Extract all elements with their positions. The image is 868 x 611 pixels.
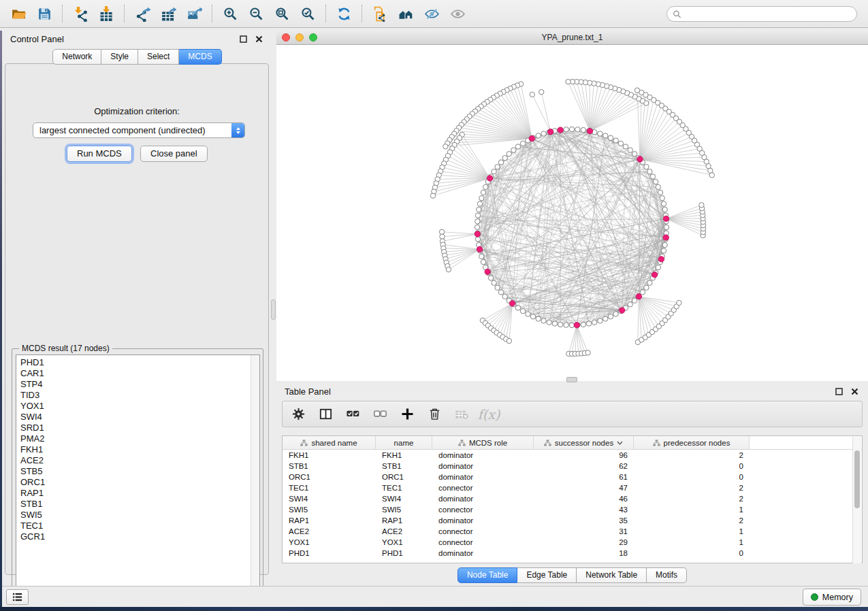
- cell-successor-nodes: 62: [534, 462, 634, 470]
- node-table[interactable]: shared namenameMCDS rolesuccessor nodesp…: [282, 435, 863, 563]
- column-header-shared-name[interactable]: shared name: [283, 436, 376, 449]
- mcds-result-item[interactable]: TEC1: [20, 521, 255, 531]
- table-row[interactable]: ORC1ORC1dominator610: [283, 472, 862, 482]
- mcds-result-item[interactable]: STB5: [20, 466, 255, 477]
- table-row[interactable]: SWI5SWI5connector431: [283, 504, 862, 515]
- export-table-button[interactable]: [155, 2, 181, 25]
- first-neighbors-button[interactable]: [393, 2, 419, 25]
- cell-shared-name: PHD1: [283, 549, 376, 557]
- tab-motifs[interactable]: Motifs: [647, 567, 687, 583]
- panel-splitter-handle[interactable]: [566, 377, 577, 382]
- mcds-result-item[interactable]: SWI5: [20, 510, 255, 521]
- column-header-name[interactable]: name: [376, 436, 432, 449]
- mcds-result-item[interactable]: YOX1: [20, 401, 255, 412]
- table-scrollbar[interactable]: [852, 437, 861, 563]
- cell-predecessor-nodes: 0: [634, 473, 750, 481]
- table-row[interactable]: SWI4SWI4dominator462: [283, 493, 862, 504]
- float-icon[interactable]: [238, 34, 248, 45]
- mcds-result-item[interactable]: RAP1: [20, 488, 255, 499]
- delete-column-button[interactable]: [425, 406, 443, 423]
- show-columns-button[interactable]: [317, 406, 334, 423]
- hierarchy-icon: [300, 440, 308, 446]
- mcds-result-item[interactable]: STB1: [20, 499, 255, 510]
- cell-shared-name: YOX1: [283, 538, 376, 546]
- network-canvas-svg[interactable]: [276, 45, 868, 381]
- tab-style[interactable]: Style: [101, 49, 138, 65]
- close-icon[interactable]: [253, 34, 264, 45]
- deselect-all-rows-button[interactable]: [371, 406, 389, 423]
- export-network-button[interactable]: [129, 2, 155, 25]
- task-history-button[interactable]: [6, 589, 29, 605]
- zoom-in-button[interactable]: [217, 2, 243, 25]
- sidebar-splitter-handle[interactable]: [271, 299, 276, 320]
- show-all-button[interactable]: [445, 2, 470, 25]
- table-row[interactable]: STB1STB1dominator620: [283, 461, 862, 472]
- cell-shared-name: SWI4: [283, 495, 376, 503]
- mcds-result-item[interactable]: ORC1: [20, 477, 255, 488]
- search-box[interactable]: [666, 6, 857, 22]
- close-icon[interactable]: [849, 386, 860, 397]
- cell-predecessor-nodes: 1: [634, 538, 750, 546]
- column-header-MCDS-role[interactable]: MCDS role: [432, 436, 534, 449]
- search-input[interactable]: [681, 10, 851, 19]
- mcds-result-item[interactable]: CAR1: [20, 368, 255, 379]
- network-window-titlebar[interactable]: YPA_prune.txt_1: [276, 31, 868, 45]
- table-settings-button[interactable]: [289, 406, 307, 423]
- toolbar-separator: [124, 5, 125, 22]
- mcds-result-item[interactable]: PHD1: [20, 357, 255, 368]
- run-mcds-button[interactable]: Run MCDS: [67, 146, 132, 162]
- add-column-button[interactable]: [398, 406, 416, 423]
- cell-name: ORC1: [376, 473, 432, 481]
- import-table-button[interactable]: [93, 2, 119, 25]
- tab-network[interactable]: Network: [52, 49, 101, 65]
- memory-button[interactable]: Memory: [803, 589, 861, 606]
- float-icon[interactable]: [833, 386, 844, 397]
- optimization-criterion-dropdown[interactable]: largest connected component (undirected): [33, 122, 245, 138]
- mcds-result-item[interactable]: TID3: [20, 390, 255, 401]
- table-panel-titlebar: Table Panel: [276, 383, 868, 400]
- refresh-layout-button[interactable]: [331, 2, 357, 25]
- hide-selected-button[interactable]: [419, 2, 445, 25]
- zoom-selected-button[interactable]: [295, 2, 321, 25]
- import-network-button[interactable]: [67, 2, 93, 25]
- mcds-result-item[interactable]: ACE2: [20, 455, 255, 466]
- save-session-button[interactable]: [31, 2, 57, 25]
- tab-edge-table[interactable]: Edge Table: [517, 567, 577, 583]
- tab-mcds[interactable]: MCDS: [179, 49, 221, 65]
- mcds-result-item[interactable]: SWI4: [20, 412, 255, 423]
- new-network-from-selection-button[interactable]: [367, 2, 393, 25]
- select-all-rows-button[interactable]: [344, 406, 361, 423]
- column-header-successor-nodes[interactable]: successor nodes: [534, 436, 634, 449]
- table-row[interactable]: YOX1YOX1connector291: [283, 537, 862, 548]
- mcds-result-item[interactable]: STP4: [20, 379, 255, 390]
- table-scrollbar-thumb[interactable]: [854, 450, 860, 508]
- table-row[interactable]: ACE2ACE2connector311: [283, 526, 862, 537]
- tab-select[interactable]: Select: [138, 49, 179, 65]
- open-folder-button[interactable]: [5, 2, 31, 25]
- mcds-result-item[interactable]: SRD1: [20, 423, 255, 433]
- hierarchy-icon: [458, 440, 466, 446]
- mcds-result-item[interactable]: FKH1: [20, 444, 255, 455]
- cell-shared-name: ACE2: [283, 527, 376, 535]
- zoom-out-button[interactable]: [243, 2, 269, 25]
- export-image-button[interactable]: [181, 2, 207, 25]
- table-row[interactable]: TEC1TEC1connector472: [283, 482, 862, 493]
- table-row[interactable]: PHD1PHD1dominator180: [283, 548, 862, 559]
- mcds-result-item[interactable]: GCR1: [20, 531, 255, 542]
- mcds-list-scrollbar[interactable]: [251, 355, 259, 593]
- table-row[interactable]: FKH1FKH1dominator962: [283, 450, 862, 461]
- cell-successor-nodes: 96: [534, 451, 634, 459]
- mcds-result-item[interactable]: PMA2: [20, 433, 255, 444]
- tab-node-table[interactable]: Node Table: [457, 567, 518, 583]
- table-row[interactable]: RAP1RAP1dominator352: [283, 515, 862, 526]
- dropdown-stepper-icon: [231, 123, 244, 137]
- export-table-icon: [161, 6, 176, 22]
- zoom-fit-button[interactable]: [269, 2, 295, 25]
- column-header-predecessor-nodes[interactable]: predecessor nodes: [634, 436, 750, 449]
- import-network-icon: [73, 6, 89, 22]
- mcds-result-list[interactable]: PHD1CAR1STP4TID3YOX1SWI4SRD1PMA2FKH1ACE2…: [16, 354, 260, 594]
- show-columns-icon: [319, 407, 333, 421]
- cell-successor-nodes: 35: [534, 516, 634, 525]
- close-panel-button[interactable]: Close panel: [140, 146, 208, 162]
- tab-network-table[interactable]: Network Table: [577, 567, 647, 583]
